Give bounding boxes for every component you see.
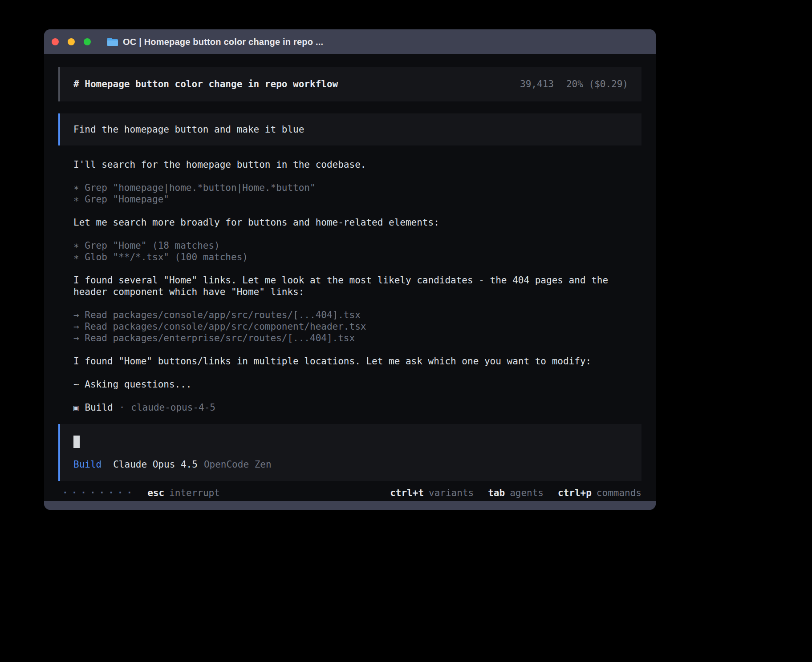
hint-agents: tab agents [488, 487, 544, 499]
text-cursor [73, 436, 80, 448]
tool-call-read: → Read packages/console/app/src/componen… [73, 321, 641, 332]
terminal-window: OC | Homepage button color change in rep… [44, 29, 656, 510]
variants-label: variants [429, 487, 474, 499]
tool-call-group: → Read packages/console/app/src/routes/[… [73, 309, 641, 344]
zoom-button[interactable] [84, 38, 91, 45]
spinner-dots: ········ [62, 487, 136, 499]
input-status-line: Build Claude Opus 4.5 OpenCode Zen [73, 459, 628, 470]
agent-name: Build [85, 402, 113, 413]
assistant-text: I'll search for the homepage button in t… [73, 159, 641, 170]
model-label: Claude Opus 4.5 [113, 459, 198, 470]
minimize-button[interactable] [68, 38, 75, 45]
agent-icon: ▣ [73, 402, 78, 413]
status-bar-right: ctrl+t variants tab agents ctrl+p comman… [390, 487, 641, 499]
commands-label: commands [597, 487, 641, 499]
session-title: # Homepage button color change in repo w… [73, 78, 338, 90]
assistant-text: I found several "Home" links. Let me loo… [73, 274, 641, 298]
terminal-content: # Homepage button color change in repo w… [44, 54, 656, 501]
ctrl-t-key: ctrl+t [390, 487, 424, 499]
window-titlebar[interactable]: OC | Homepage button color change in rep… [44, 29, 656, 54]
close-button[interactable] [52, 38, 59, 45]
model-name: claude-opus-4-5 [131, 402, 215, 413]
status-asking: ~ Asking questions... [73, 379, 641, 390]
tab-key: tab [488, 487, 505, 499]
assistant-text: I found "Home" buttons/links in multiple… [73, 355, 641, 367]
user-message: Find the homepage button and make it blu… [58, 113, 641, 145]
tool-call-group: ∗ Grep "Home" (18 matches) ∗ Glob "**/*.… [73, 240, 641, 263]
ctrl-p-key: ctrl+p [558, 487, 592, 499]
traffic-lights [52, 38, 91, 45]
tool-call-read: → Read packages/enterprise/src/routes/[.… [73, 332, 641, 344]
prompt-input[interactable]: Build Claude Opus 4.5 OpenCode Zen [58, 424, 641, 481]
mode-label: Build [73, 459, 102, 470]
window-title: OC | Homepage button color change in rep… [123, 37, 323, 47]
agent-status-line: ▣ Build · claude-opus-4-5 [73, 402, 641, 413]
dot-separator: · [119, 402, 125, 413]
esc-key: esc [147, 487, 164, 499]
window-bottom-edge [44, 501, 656, 510]
tool-call-group: ∗ Grep "homepage|home.*button|Home.*butt… [73, 182, 641, 205]
tool-call-grep: ∗ Grep "homepage|home.*button|Home.*butt… [73, 182, 641, 194]
session-meta: 39,413 20% ($0.29) [520, 78, 628, 90]
session-header: # Homepage button color change in repo w… [58, 67, 641, 101]
token-count: 39,413 [520, 78, 554, 90]
window-title-group: OC | Homepage button color change in rep… [107, 37, 323, 47]
assistant-text: Let me search more broadly for buttons a… [73, 217, 641, 228]
tool-call-grep: ∗ Grep "Homepage" [73, 194, 641, 205]
tool-call-glob: ∗ Glob "**/*.tsx" (100 matches) [73, 251, 641, 263]
tool-call-read: → Read packages/console/app/src/routes/[… [73, 309, 641, 321]
context-usage: 20% ($0.29) [566, 78, 628, 90]
tool-call-grep: ∗ Grep "Home" (18 matches) [73, 240, 641, 251]
provider-label: OpenCode Zen [204, 459, 272, 470]
folder-icon [107, 37, 118, 47]
hint-commands: ctrl+p commands [558, 487, 641, 499]
status-bar-left: ········ esc interrupt [62, 487, 220, 499]
esc-label: interrupt [169, 487, 220, 499]
hint-variants: ctrl+t variants [390, 487, 474, 499]
status-bar: ········ esc interrupt ctrl+t variants t… [58, 487, 641, 499]
agents-label: agents [510, 487, 544, 499]
assistant-transcript: I'll search for the homepage button in t… [73, 145, 641, 413]
user-message-text: Find the homepage button and make it blu… [73, 124, 304, 135]
